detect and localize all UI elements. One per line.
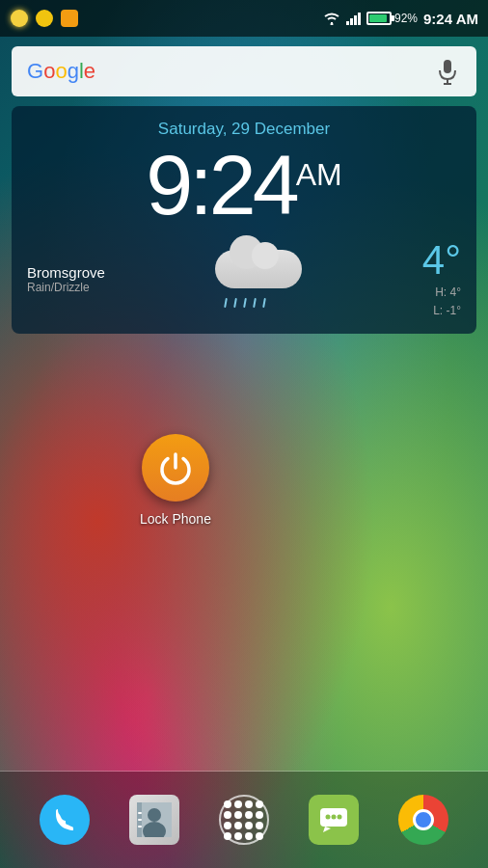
weather-city: Bromsgrove: [27, 264, 105, 281]
phone-icon: [50, 805, 79, 834]
weather-low-label: L:: [433, 304, 443, 317]
dots-grid: [224, 800, 263, 840]
weather-high: 4°: [450, 285, 461, 299]
svg-rect-8: [138, 812, 142, 814]
google-search-bar[interactable]: Google: [12, 46, 476, 96]
lock-phone-container: Lock Phone: [140, 434, 211, 527]
svg-point-13: [326, 815, 331, 820]
weather-widget: Saturday, 29 December 9:24AM Bromsgrove …: [12, 106, 476, 334]
svg-point-0: [331, 23, 334, 26]
signal-bars: [346, 12, 361, 25]
power-icon: [158, 450, 193, 485]
weather-bottom: Bromsgrove Rain/Drizzle 4° H: 4° L: -1°: [27, 237, 461, 320]
svg-rect-9: [138, 819, 142, 821]
wifi-icon: [323, 12, 340, 25]
bottom-dock: [0, 772, 488, 868]
weather-high-low: H: 4° L: -1°: [422, 284, 461, 320]
dock-chrome[interactable]: [394, 791, 452, 849]
messages-icon: [317, 803, 350, 836]
svg-rect-1: [444, 60, 451, 73]
dock-messages[interactable]: [305, 791, 363, 849]
weather-time: 9:24AM: [27, 143, 461, 228]
status-left-icons: [10, 9, 79, 28]
svg-point-14: [332, 815, 337, 820]
dock-phone[interactable]: [36, 791, 94, 849]
weather-date: Saturday, 29 December: [27, 120, 461, 139]
chrome-icon: [413, 809, 434, 830]
dock-app-drawer[interactable]: [215, 791, 273, 849]
svg-marker-12: [323, 827, 331, 832]
weather-temp-main: 4°: [422, 237, 461, 284]
svg-point-5: [148, 808, 161, 822]
snowflake-icon: [35, 9, 54, 28]
svg-rect-10: [138, 826, 142, 827]
weather-time-digits: 9:24: [146, 137, 295, 232]
weather-low: -1°: [447, 304, 461, 317]
status-right-icons: 92% 9:24 AM: [323, 11, 478, 27]
lock-phone-label: Lock Phone: [140, 511, 211, 527]
status-time: 9:24 AM: [423, 11, 478, 27]
contacts-icon: [137, 802, 172, 837]
svg-point-15: [338, 815, 342, 820]
voice-search-icon[interactable]: [434, 58, 461, 85]
weather-ampm: AM: [296, 157, 342, 192]
weather-temperature: 4° H: 4° L: -1°: [422, 237, 461, 320]
weather-location-info: Bromsgrove Rain/Drizzle: [27, 264, 105, 294]
weather-high-label: H:: [435, 285, 447, 299]
weather-cloud-icon: [205, 250, 321, 308]
gear-icon: [60, 9, 79, 28]
dock-contacts[interactable]: [125, 791, 183, 849]
status-bar: 92% 9:24 AM: [0, 0, 488, 37]
battery-indicator: 92%: [366, 12, 418, 25]
google-logo: Google: [27, 59, 95, 84]
lock-phone-button[interactable]: [142, 434, 209, 502]
weather-condition: Rain/Drizzle: [27, 281, 105, 294]
battery-percent: 92%: [394, 12, 418, 25]
sun-icon: [10, 9, 29, 28]
